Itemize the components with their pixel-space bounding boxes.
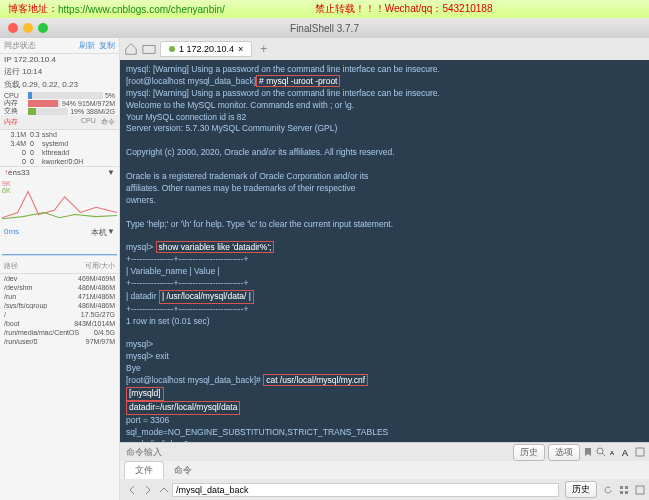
disk-row[interactable]: /run/user/097M/97M [0, 337, 119, 346]
maximize-icon[interactable] [38, 23, 48, 33]
maximize-panel-icon[interactable] [635, 485, 645, 495]
sidebar: 同步状态 刷新 复制 IP 172.20.10.4 运行 10:14 负载 0.… [0, 38, 120, 500]
file-tab[interactable]: 文件 [124, 461, 164, 479]
svg-rect-7 [620, 486, 623, 489]
col-mem: 内存 [4, 117, 81, 127]
disk-row[interactable]: /run/media/mac/CentOS0/4.5G [0, 328, 119, 337]
sync-title: 同步状态 [4, 40, 36, 51]
latency-chart [0, 239, 119, 259]
grid-icon[interactable] [619, 485, 629, 495]
col-size: 可用/大小 [85, 261, 115, 271]
swap-pct: 19% [70, 108, 84, 115]
net-iface: ens33 [8, 168, 30, 177]
svg-rect-6 [636, 448, 644, 456]
minimize-icon[interactable] [23, 23, 33, 33]
search-icon[interactable] [596, 447, 606, 457]
svg-text:A: A [610, 450, 614, 456]
copy-link[interactable]: 复制 [99, 40, 115, 51]
font-larger-icon[interactable]: A [622, 447, 632, 457]
svg-rect-8 [625, 486, 628, 489]
col-cmd: 命令 [101, 117, 115, 127]
command-tab[interactable]: 命令 [164, 462, 202, 479]
tab-close-icon[interactable]: × [238, 44, 243, 54]
disk-row[interactable]: /run471M/486M [0, 292, 119, 301]
svg-rect-10 [625, 491, 628, 494]
process-row[interactable]: 3.1M0.3sshd [0, 130, 119, 139]
blog-label: 博客地址： [8, 2, 58, 16]
svg-line-3 [602, 453, 605, 456]
command-input[interactable] [124, 445, 510, 459]
session-tab[interactable]: 1 172.20.10.4× [160, 41, 252, 57]
watermark-banner: 博客地址： https://www.cnblogs.com/chenyanbin… [0, 0, 649, 18]
mem-val: 915M/972M [78, 100, 115, 107]
load-label: 负载 0.29, 0.22, 0.23 [4, 79, 78, 90]
tab-label: 1 172.20.10.4 [179, 44, 234, 54]
path-history-button[interactable]: 历史 [565, 481, 597, 498]
blog-url: https://www.cnblogs.com/chenyanbin/ [58, 4, 225, 15]
window-titlebar: FinalShell 3.7.7 [0, 18, 649, 38]
up-icon[interactable] [159, 485, 169, 495]
font-smaller-icon[interactable]: A [609, 447, 619, 457]
add-tab-button[interactable]: + [256, 42, 271, 56]
forward-icon[interactable] [143, 485, 153, 495]
close-icon[interactable] [8, 23, 18, 33]
terminal[interactable]: mysql: [Warning] Using a password on the… [120, 60, 649, 442]
footer: 历史 选项 A A 文件 命令 历史 [120, 442, 649, 500]
disk-row[interactable]: /sys/fs/cgroup486M/486M [0, 301, 119, 310]
disk-row[interactable]: /17.5G/27G [0, 310, 119, 319]
options-button[interactable]: 选项 [548, 444, 580, 461]
col-path: 路径 [4, 261, 85, 271]
status-dot-icon [169, 46, 175, 52]
folder-icon[interactable] [142, 42, 156, 56]
warn-text: 禁止转载！！！Wechat/qq：543210188 [315, 2, 493, 16]
disk-row[interactable]: /dev/shm486M/486M [0, 283, 119, 292]
home-icon[interactable] [124, 42, 138, 56]
path-input[interactable] [172, 483, 559, 497]
svg-text:A: A [622, 448, 628, 457]
expand-icon[interactable] [635, 447, 645, 457]
back-icon[interactable] [127, 485, 137, 495]
svg-rect-11 [636, 486, 644, 494]
bookmark-icon[interactable] [583, 447, 593, 457]
network-chart: 9K6K [0, 178, 119, 226]
svg-rect-9 [620, 491, 623, 494]
col-cpu: CPU [81, 117, 101, 127]
refresh-link[interactable]: 刷新 [79, 40, 95, 51]
refresh-icon[interactable] [603, 485, 613, 495]
uptime-label: 运行 10:14 [4, 66, 42, 77]
tab-bar: 1 172.20.10.4× + [120, 38, 649, 60]
history-button[interactable]: 历史 [513, 444, 545, 461]
swap-val: 388M/2G [86, 108, 115, 115]
disk-row[interactable]: /dev469M/469M [0, 274, 119, 283]
process-row[interactable]: 00kthreadd [0, 148, 119, 157]
mem-pct: 94% [62, 100, 76, 107]
cpu-val: 5% [105, 92, 115, 99]
process-row[interactable]: 3.4M0systemd [0, 139, 119, 148]
app-title: FinalShell 3.7.7 [290, 23, 359, 34]
process-row[interactable]: 00kworker/0:0H [0, 157, 119, 166]
disk-row[interactable]: /boot843M/1014M [0, 319, 119, 328]
svg-rect-1 [143, 46, 155, 54]
ip-label: IP 172.20.10.4 [4, 55, 56, 64]
